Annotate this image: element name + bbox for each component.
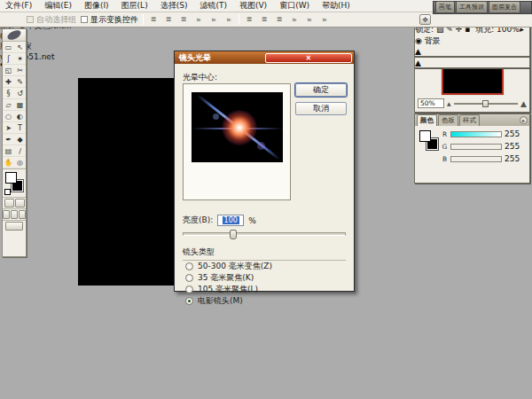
auto-select-checkbox[interactable]: 自动选择组 [27, 14, 76, 26]
layer-visibility-eye-icon[interactable]: ◉ [415, 36, 422, 45]
radio-icon [185, 274, 193, 282]
align-center-icon[interactable]: ⫢ [208, 14, 219, 25]
menu-filter[interactable]: 滤镜(T) [200, 0, 227, 12]
scrollbar[interactable]: ▲ [415, 59, 529, 67]
distribute-center-icon[interactable]: ⫢ [304, 14, 315, 25]
dialog-titlebar[interactable]: 镜头光晕 × [175, 51, 354, 64]
menu-view[interactable]: 视图(V) [239, 0, 267, 12]
menu-layer[interactable]: 图层(L) [121, 0, 148, 12]
navigator-zoom-input[interactable]: 50% [418, 98, 444, 108]
magic-wand-tool[interactable]: ✶ [14, 53, 26, 65]
standard-mode-button[interactable] [4, 199, 14, 207]
zoom-out-icon[interactable]: ▲ [447, 100, 451, 106]
pen-tool[interactable]: ✒ [3, 134, 14, 145]
red-value-input[interactable]: 255 [505, 129, 520, 138]
radio-35mm-prime[interactable]: 35 毫米聚焦(K) [185, 272, 254, 284]
brightness-slider[interactable] [183, 232, 346, 236]
distribute-right-icon[interactable]: ⫢ [319, 14, 330, 25]
distribute-top-icon[interactable]: ≣ [244, 14, 254, 25]
blur-tool[interactable]: ○ [3, 111, 14, 122]
healing-brush-tool[interactable]: ✚ [3, 76, 14, 88]
crop-tool[interactable]: ◱ [3, 65, 14, 76]
align-right-icon[interactable]: ⫢ [223, 14, 234, 25]
gradient-tool[interactable]: ▦ [14, 99, 26, 111]
palette-tab-tool-presets[interactable]: 工具预设 [456, 1, 488, 12]
red-label: R [442, 130, 448, 138]
green-value-input[interactable]: 255 [505, 142, 520, 151]
align-left-icon[interactable]: ⫢ [193, 14, 204, 25]
brush-tool[interactable]: ✎ [14, 76, 26, 88]
bridge-icon[interactable]: ❖ [419, 14, 431, 25]
flare-preview[interactable] [192, 92, 283, 162]
radio-50-300-zoom[interactable]: 50-300 毫米变焦(Z) [185, 261, 272, 272]
type-tool[interactable]: T [14, 122, 26, 134]
auto-select-label: 自动选择组 [36, 14, 76, 26]
ok-button[interactable]: 确定 [295, 83, 347, 97]
tab-styles[interactable]: 样式 [459, 114, 480, 126]
palette-tab-layer-comps[interactable]: 图层复合 [489, 1, 520, 12]
eyedropper-tool[interactable]: ∕ [14, 145, 26, 157]
document-canvas[interactable] [78, 78, 174, 286]
panel-menu-icon[interactable]: ▸ [520, 116, 528, 124]
green-slider[interactable] [450, 144, 502, 150]
toolbox-logo [3, 29, 26, 42]
fullscreen-menubar-button[interactable] [11, 210, 18, 219]
tab-swatches[interactable]: 色板 [438, 114, 458, 126]
dialog-body: 光晕中心: 确定 取消 亮度(B): 100 % 镜头类型 [175, 64, 354, 292]
clone-stamp-tool[interactable]: § [3, 88, 14, 99]
align-middle-icon[interactable]: ≣ [163, 14, 174, 25]
radio-label: 50-300 毫米变焦(Z) [198, 261, 272, 272]
cancel-button[interactable]: 取消 [295, 102, 347, 115]
palette-tab-brushes[interactable]: 画笔 [435, 1, 455, 12]
menu-file[interactable]: 文件(F) [5, 0, 32, 12]
foreground-color-swatch[interactable] [419, 130, 431, 142]
rectangular-marquee-tool[interactable]: ▭ [3, 42, 14, 53]
default-colors-icon[interactable] [4, 189, 11, 195]
divider [239, 14, 239, 25]
checkbox-icon [81, 16, 88, 23]
radio-105mm-prime[interactable]: 105 毫米聚焦(L) [185, 284, 258, 295]
blue-value-input[interactable]: 255 [505, 154, 520, 163]
move-tool[interactable]: ↖ [14, 42, 26, 53]
distribute-bottom-icon[interactable]: ≣ [274, 14, 285, 25]
radio-movie-prime[interactable]: 电影镜头(M) [185, 295, 243, 307]
slice-tool[interactable]: ✂ [14, 65, 26, 76]
imageready-button[interactable] [5, 222, 23, 231]
shape-tool[interactable]: ◆ [14, 134, 26, 145]
dodge-tool[interactable]: ◐ [14, 111, 26, 122]
distribute-middle-icon[interactable]: ≣ [259, 14, 270, 25]
close-icon[interactable]: × [265, 53, 353, 63]
foreground-color-swatch[interactable] [5, 172, 17, 184]
slider-thumb[interactable] [230, 230, 237, 239]
distribute-left-icon[interactable]: ⫢ [289, 14, 300, 25]
show-transform-checkbox[interactable]: 显示变换控件 [81, 14, 138, 26]
scrollbar[interactable]: ▲ [415, 47, 529, 56]
standard-screen-button[interactable] [3, 210, 10, 219]
zoom-in-icon[interactable]: ▲ [520, 99, 527, 108]
tab-color[interactable]: 颜色 [417, 114, 437, 126]
menu-edit[interactable]: 编辑(E) [44, 0, 72, 12]
navigator-zoom-slider[interactable] [454, 103, 518, 105]
align-bottom-icon[interactable]: ≣ [178, 14, 189, 25]
menu-help[interactable]: 帮助(H) [322, 0, 350, 12]
background-layer-row[interactable]: ◉ 背景 [415, 35, 529, 47]
fullscreen-button[interactable] [19, 210, 26, 219]
zoom-tool[interactable]: ◎ [14, 157, 26, 168]
feather-logo-icon [6, 29, 22, 42]
checkbox-icon [27, 16, 34, 23]
hand-tool[interactable]: ✋ [3, 157, 14, 168]
menu-image[interactable]: 图像(I) [84, 0, 109, 12]
red-slider[interactable] [450, 131, 502, 137]
menu-window[interactable]: 窗口(W) [279, 0, 309, 12]
notes-tool[interactable]: ▤ [3, 145, 14, 157]
quick-mask-mode-button[interactable] [15, 199, 25, 207]
menu-select[interactable]: 选择(S) [160, 0, 188, 12]
history-brush-tool[interactable]: ↺ [14, 88, 26, 99]
path-selection-tool[interactable]: ➤ [3, 122, 14, 134]
lasso-tool[interactable]: ʃ [3, 53, 14, 65]
eraser-tool[interactable]: ▱ [3, 99, 14, 111]
align-top-icon[interactable]: ≣ [148, 14, 159, 25]
zoom-slider-thumb[interactable] [482, 100, 489, 107]
brightness-input[interactable]: 100 [217, 215, 244, 226]
blue-slider[interactable] [450, 156, 502, 162]
